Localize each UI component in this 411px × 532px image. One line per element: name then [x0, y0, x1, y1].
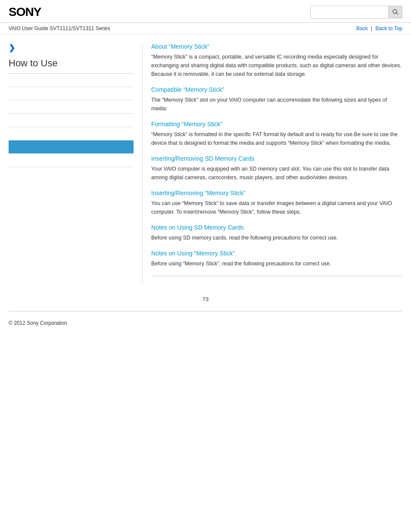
sidebar-nav-link-6[interactable] [9, 140, 134, 153]
svg-line-1 [396, 13, 398, 15]
sidebar-arrow: ❯ [9, 43, 134, 53]
section-title-about-memory-stick[interactable]: About “Memory Stick” [151, 43, 402, 50]
sidebar-nav-item-6-active[interactable] [9, 140, 134, 154]
sidebar-nav-item-2[interactable] [9, 87, 134, 100]
sidebar-nav-link-4[interactable] [9, 114, 134, 127]
main-container: ❯ How to Use [0, 34, 411, 292]
section-inserting-removing-sd: Inserting/Removing SD Memory Cards Your … [151, 155, 402, 182]
sidebar-nav-link-7[interactable] [9, 154, 134, 167]
sidebar-nav-item-3[interactable] [9, 100, 134, 114]
section-inserting-removing-memory-stick: Inserting/Removing “Memory Stick” You ca… [151, 190, 402, 216]
footer: © 2012 Sony Corporation [0, 316, 411, 335]
footer-divider [9, 311, 402, 311]
sony-logo: SONY [9, 5, 41, 19]
back-to-top-link[interactable]: Back to Top [376, 25, 402, 31]
section-title-inserting-removing-sd[interactable]: Inserting/Removing SD Memory Cards [151, 155, 402, 162]
section-text-notes-sd: Before using SD memory cards, read the f… [151, 233, 402, 242]
back-link[interactable]: Back [356, 25, 368, 31]
section-formatting-memory-stick: Formatting “Memory Stick” “Memory Stick”… [151, 121, 402, 147]
sidebar-nav-link-2[interactable] [9, 87, 134, 100]
nav-bar: VAIO User Guide SVT1111/SVT1311 Series B… [0, 23, 411, 34]
sidebar: ❯ How to Use [9, 43, 142, 283]
search-icon [392, 9, 399, 16]
section-text-inserting-removing-memory-stick: You can use “Memory Stick” to save data … [151, 199, 402, 216]
section-notes-memory-stick: Notes on Using “Memory Stick” Before usi… [151, 250, 402, 268]
sidebar-nav-item-7[interactable] [9, 154, 134, 167]
section-title-inserting-removing-memory-stick[interactable]: Inserting/Removing “Memory Stick” [151, 190, 402, 196]
page-number: 73 [0, 292, 411, 307]
section-text-formatting-memory-stick: “Memory Stick” is formatted in the speci… [151, 130, 402, 147]
copyright-text: © 2012 Sony Corporation [9, 320, 67, 326]
sidebar-title: How to Use [9, 58, 134, 74]
section-title-formatting-memory-stick[interactable]: Formatting “Memory Stick” [151, 121, 402, 128]
section-title-notes-memory-stick[interactable]: Notes on Using “Memory Stick” [151, 250, 402, 257]
sidebar-nav [9, 74, 134, 167]
svg-point-0 [393, 9, 397, 13]
section-about-memory-stick: About “Memory Stick” “Memory Stick” is a… [151, 43, 402, 78]
section-text-about-memory-stick: “Memory Stick” is a compact, portable, a… [151, 53, 402, 78]
nav-separator: | [371, 25, 372, 31]
sidebar-nav-item-4[interactable] [9, 114, 134, 127]
search-button[interactable] [388, 6, 402, 18]
breadcrumb: VAIO User Guide SVT1111/SVT1311 Series [9, 25, 110, 31]
section-text-notes-memory-stick: Before using “Memory Stick”, read the fo… [151, 259, 402, 268]
section-text-compatible-memory-stick: The “Memory Stick” slot on your VAIO com… [151, 96, 402, 113]
section-notes-sd: Notes on Using SD Memory Cards Before us… [151, 224, 402, 242]
sidebar-nav-link-5[interactable] [9, 127, 134, 140]
content-area: About “Memory Stick” “Memory Stick” is a… [142, 43, 402, 283]
search-box [310, 6, 402, 19]
sidebar-nav-item-1[interactable] [9, 74, 134, 87]
page-header: SONY [0, 0, 411, 23]
sidebar-nav-item-5[interactable] [9, 127, 134, 140]
nav-links: Back | Back to Top [356, 25, 402, 31]
section-text-inserting-removing-sd: Your VAIO computer is equipped with an S… [151, 165, 402, 182]
content-bottom-divider [151, 276, 402, 276]
sidebar-nav-link-3[interactable] [9, 100, 134, 113]
section-title-compatible-memory-stick[interactable]: Compatible “Memory Stick” [151, 86, 402, 93]
section-compatible-memory-stick: Compatible “Memory Stick” The “Memory St… [151, 86, 402, 113]
section-title-notes-sd[interactable]: Notes on Using SD Memory Cards [151, 224, 402, 231]
search-input[interactable] [311, 6, 388, 18]
sidebar-nav-link-1[interactable] [9, 74, 134, 87]
